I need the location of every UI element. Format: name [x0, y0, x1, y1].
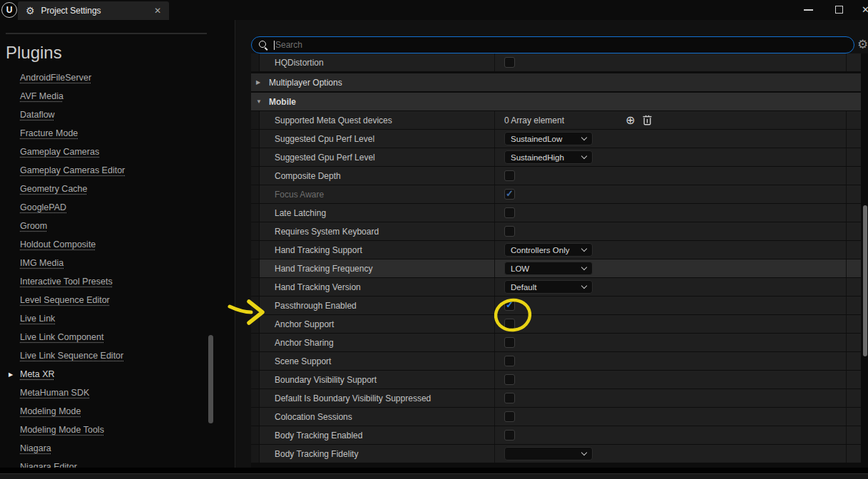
row-reset-cell	[847, 185, 861, 203]
sidebar-item-androidfileserver[interactable]: AndroidFileServer	[0, 68, 235, 87]
sidebar-item-label: Niagara Editor	[20, 462, 77, 468]
row-gutter	[251, 352, 260, 370]
sidebar-item-label: Interactive Tool Presets	[20, 277, 113, 287]
checkbox-default-is-boundary-visibility-suppressed[interactable]	[504, 393, 515, 403]
sidebar-item-groom[interactable]: Groom	[0, 217, 235, 235]
setting-row-boundary-visibility-support: Boundary Visibility Support	[251, 371, 861, 389]
checkbox-focus-aware[interactable]: ✓	[504, 189, 515, 200]
row-gutter	[251, 315, 260, 333]
row-gutter	[251, 278, 260, 296]
checkbox-passthrough-enabled[interactable]: ✓	[504, 300, 515, 311]
chevron-down-icon	[581, 153, 587, 159]
dropdown-hand-tracking-version[interactable]: Default	[504, 280, 593, 294]
sidebar-item-avf-media[interactable]: AVF Media	[0, 87, 235, 105]
row-gutter	[251, 111, 260, 129]
sidebar-item-dataflow[interactable]: Dataflow	[0, 105, 235, 124]
category-header-multiplayer-options[interactable]: ▶Multiplayer Options	[251, 73, 861, 92]
search-input[interactable]: Search	[251, 36, 854, 53]
main-scrollbar-thumb[interactable]	[863, 205, 867, 356]
sidebar-item-geometry-cache[interactable]: Geometry Cache	[0, 180, 235, 198]
sidebar-item-label: AVF Media	[20, 91, 63, 101]
row-reset-cell	[847, 111, 861, 129]
sidebar-item-metahuman-sdk[interactable]: MetaHuman SDK	[0, 383, 235, 402]
setting-label: Late Latching	[260, 204, 495, 222]
checkbox-body-tracking-enabled[interactable]	[504, 430, 515, 441]
checkbox-requires-system-keyboard[interactable]	[504, 226, 515, 237]
dropdown-value: SustainedLow	[511, 135, 562, 143]
sidebar-item-googlepad[interactable]: GooglePAD	[0, 198, 235, 217]
checkbox-scene-support[interactable]	[504, 356, 515, 366]
sidebar-item-live-link-component[interactable]: Live Link Component	[0, 328, 235, 346]
array-element-count: 0 Array element	[504, 115, 564, 125]
checkbox-late-latching[interactable]	[504, 207, 515, 218]
checkbox-composite-depth[interactable]	[504, 170, 515, 181]
window-maximize-button[interactable]	[835, 6, 843, 14]
sidebar-item-gameplay-cameras[interactable]: Gameplay Cameras	[0, 143, 235, 161]
setting-row-colocation-sessions: Colocation Sessions	[251, 408, 861, 426]
setting-value-cell	[495, 315, 847, 333]
add-array-element-icon[interactable]: ⊕	[626, 115, 635, 126]
sidebar-item-label: Groom	[20, 221, 47, 231]
sidebar-item-modeling-mode[interactable]: Modeling Mode	[0, 402, 235, 421]
setting-label: Hand Tracking Version	[260, 278, 495, 296]
setting-value-cell	[495, 426, 847, 444]
dropdown-suggested-gpu-perf-level[interactable]: SustainedHigh	[504, 150, 593, 164]
checkbox-boundary-visibility-support[interactable]	[504, 374, 515, 385]
sidebar-item-img-media[interactable]: IMG Media	[0, 254, 235, 272]
row-gutter	[251, 185, 260, 203]
row-reset-cell	[847, 167, 861, 185]
tab-close-icon[interactable]: ✕	[154, 6, 161, 16]
setting-value-cell: ✓	[495, 297, 847, 314]
trash-icon[interactable]	[643, 115, 652, 125]
sidebar-item-modeling-mode-tools[interactable]: Modeling Mode Tools	[0, 421, 235, 439]
sidebar-separator	[6, 33, 207, 34]
sidebar-item-live-link[interactable]: Live Link	[0, 309, 235, 328]
window-minimize-button[interactable]	[804, 9, 813, 11]
setting-value-cell: ✓	[495, 185, 847, 203]
sidebar-item-interactive-tool-presets[interactable]: Interactive Tool Presets	[0, 272, 235, 291]
setting-value-cell	[495, 222, 847, 240]
setting-value-cell: Controllers Only	[495, 241, 847, 259]
dropdown-value: Default	[511, 283, 536, 292]
checkbox-anchor-sharing[interactable]	[504, 337, 515, 348]
row-reset-cell	[847, 297, 861, 314]
sidebar-item-holdout-composite[interactable]: Holdout Composite	[0, 235, 235, 254]
category-header-mobile[interactable]: ▼Mobile	[251, 93, 861, 111]
row-gutter	[251, 371, 260, 388]
row-gutter	[251, 426, 260, 444]
sidebar-item-meta-xr[interactable]: ▶Meta XR	[0, 365, 235, 383]
sidebar-item-level-sequence-editor[interactable]: Level Sequence Editor	[0, 291, 235, 309]
window-close-button[interactable]: ✕	[862, 4, 868, 15]
row-reset-cell	[847, 241, 861, 259]
setting-row-hqdistortion: HQDistortion	[251, 53, 861, 72]
setting-label: Hand Tracking Frequency	[260, 259, 495, 277]
dropdown-hand-tracking-frequency[interactable]: LOW	[504, 262, 593, 275]
checkbox-anchor-support[interactable]	[504, 319, 515, 329]
dropdown-suggested-cpu-perf-level[interactable]: SustainedLow	[504, 132, 593, 145]
sidebar-item-niagara[interactable]: Niagara	[0, 439, 235, 458]
row-gutter	[251, 130, 260, 148]
setting-label: Hand Tracking Support	[260, 241, 495, 259]
setting-label: HQDistortion	[260, 53, 495, 71]
sidebar-item-label: Meta XR	[20, 369, 55, 379]
row-gutter	[251, 334, 260, 351]
chevron-down-icon	[581, 135, 587, 140]
dropdown-hand-tracking-support[interactable]: Controllers Only	[504, 243, 593, 257]
setting-row-requires-system-keyboard: Requires System Keyboard	[251, 222, 861, 241]
dropdown-body-tracking-fidelity[interactable]	[504, 447, 593, 460]
row-gutter	[251, 445, 260, 463]
checkbox-hqdistortion[interactable]	[504, 57, 515, 68]
tab-project-settings[interactable]: ⚙ Project Settings ✕	[18, 1, 169, 20]
setting-value-cell	[495, 204, 847, 222]
sidebar-item-live-link-sequence-editor[interactable]: Live Link Sequence Editor	[0, 346, 235, 365]
tab-title: Project Settings	[41, 6, 101, 16]
row-gutter	[251, 53, 260, 71]
sidebar-item-label: Level Sequence Editor	[20, 295, 110, 305]
checkbox-colocation-sessions[interactable]	[504, 411, 515, 422]
text-caret	[274, 41, 275, 50]
sidebar-item-fracture-mode[interactable]: Fracture Mode	[0, 124, 235, 143]
sidebar-item-gameplay-cameras-editor[interactable]: Gameplay Cameras Editor	[0, 161, 235, 180]
sidebar-item-niagara-editor[interactable]: Niagara Editor	[0, 458, 235, 468]
settings-options-gear-icon[interactable]: ⚙	[857, 37, 868, 52]
sidebar-scrollbar-thumb[interactable]	[208, 335, 213, 423]
